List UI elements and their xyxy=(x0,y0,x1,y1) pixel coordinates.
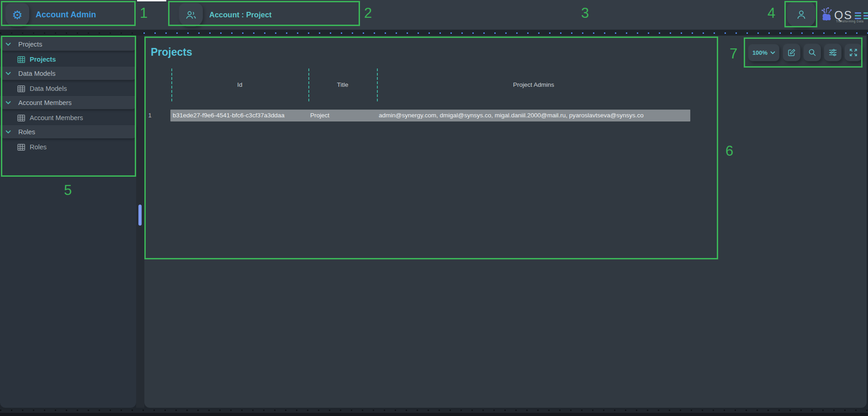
sliders-icon xyxy=(829,48,837,57)
zoom-level-value: 100% xyxy=(752,49,767,56)
sidebar-item-label: Roles xyxy=(30,143,47,151)
chevron-down-icon xyxy=(5,101,11,105)
sidebar-group-label: Account Members xyxy=(18,99,72,106)
column-header-admins[interactable]: Project Admins xyxy=(377,81,690,88)
expand-arrows-icon xyxy=(849,48,857,57)
logo-e-bars xyxy=(855,12,868,19)
logo-tagline: Transforming Data xyxy=(836,20,863,23)
page-title: Projects xyxy=(151,46,192,58)
sidebar-item-account-members[interactable]: Account Members xyxy=(0,110,136,126)
bottom-ruler-dots xyxy=(0,410,868,411)
zoom-level-dropdown[interactable]: 100% xyxy=(748,44,779,61)
app-settings-button[interactable]: ⚙ xyxy=(5,3,29,26)
sidebar-group-label: Roles xyxy=(18,128,35,136)
sidebar-item-label: Data Models xyxy=(30,85,67,92)
edit-button[interactable] xyxy=(783,44,800,61)
person-icon xyxy=(795,9,807,21)
sidebar-item-label: Account Members xyxy=(30,114,83,121)
top-ruler-dots-left xyxy=(0,32,143,34)
breadcrumb: Account : Project xyxy=(209,11,272,19)
app-root: ⚙ Account Admin Account : Project xyxy=(0,0,868,416)
cell-title[interactable]: Project xyxy=(310,110,329,121)
top-ruler-dots-right xyxy=(143,32,868,34)
sidebar-item-roles[interactable]: Roles xyxy=(0,139,136,155)
sidebar-item-projects[interactable]: Projects xyxy=(0,52,136,67)
edit-pencil-icon xyxy=(788,48,796,57)
chevron-down-icon xyxy=(5,130,11,134)
cell-id[interactable]: b31ede27-f9e6-4541-bfc6-c3cf37a3ddaa xyxy=(173,110,285,121)
fullscreen-button[interactable] xyxy=(845,44,862,61)
qsee-logo: QS Transforming Data xyxy=(820,5,865,25)
search-icon xyxy=(808,48,816,57)
search-button[interactable] xyxy=(804,44,821,61)
table-grid-icon xyxy=(17,144,25,151)
splitter-handle[interactable] xyxy=(138,205,142,226)
table-grid-icon xyxy=(17,115,25,121)
cell-project-admins[interactable]: admin@synergy.com, dmigal@synsys.co, mig… xyxy=(379,110,644,121)
column-header-id[interactable]: Id xyxy=(171,81,308,88)
screenshot-artifact xyxy=(137,0,166,1)
chevron-down-icon xyxy=(770,51,775,54)
sidebar-group-label: Projects xyxy=(18,41,42,48)
gear-icon: ⚙ xyxy=(12,9,22,21)
filter-settings-button[interactable] xyxy=(824,44,842,61)
sidebar-group-label: Data Models xyxy=(18,70,55,77)
sidebar-item-label: Projects xyxy=(30,56,56,63)
table-grid-icon xyxy=(17,56,25,63)
logo-text: QS xyxy=(834,10,852,21)
sidebar-group-roles[interactable]: Roles xyxy=(0,125,136,138)
sidebar-group-account-members[interactable]: Account Members xyxy=(0,96,136,109)
chevron-down-icon xyxy=(5,72,11,75)
content-panel xyxy=(144,36,867,408)
sidebar-group-projects[interactable]: Projects xyxy=(0,37,136,51)
header-bar: ⚙ Account Admin Account : Project xyxy=(0,0,868,30)
row-index: 1 xyxy=(144,110,155,121)
app-title: Account Admin xyxy=(36,10,96,20)
bottom-edge-bar xyxy=(0,413,868,416)
breadcrumb-button[interactable] xyxy=(179,3,203,26)
user-profile-button[interactable] xyxy=(787,2,815,27)
sidebar-item-data-models[interactable]: Data Models xyxy=(0,81,136,96)
table-grid-icon xyxy=(17,85,25,92)
table-row[interactable]: b31ede27-f9e6-4541-bfc6-c3cf37a3ddaa Pro… xyxy=(170,110,690,121)
users-group-icon xyxy=(185,10,197,20)
column-header-title[interactable]: Title xyxy=(308,81,377,88)
chevron-down-icon xyxy=(5,42,11,46)
sidebar-group-data-models[interactable]: Data Models xyxy=(0,67,136,80)
logo-brain-icon xyxy=(820,7,834,23)
